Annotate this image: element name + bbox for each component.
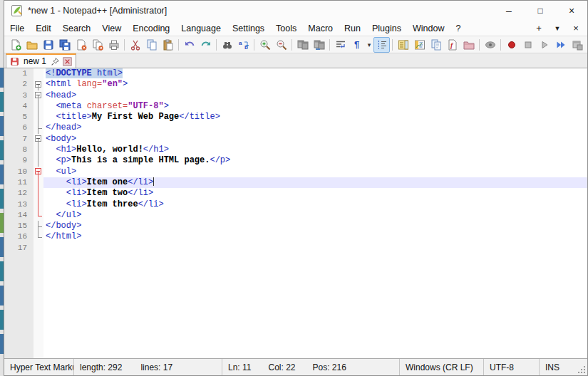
line-number[interactable]: 13: [4, 199, 33, 210]
menu-help[interactable]: ?: [450, 21, 466, 36]
line-number[interactable]: 8: [4, 145, 33, 155]
code-text[interactable]: <ul>: [43, 167, 587, 177]
menu-encoding[interactable]: Encoding: [127, 21, 175, 36]
print-icon[interactable]: [105, 37, 122, 53]
code-text[interactable]: <!DOCTYPE html>: [43, 68, 587, 79]
code-line[interactable]: 6</head>: [4, 122, 587, 133]
code-text[interactable]: </ul>: [43, 210, 587, 221]
fold-toggle[interactable]: [33, 79, 43, 90]
undo-icon[interactable]: [181, 37, 197, 53]
code-text[interactable]: <html lang="en">: [43, 79, 587, 90]
code-line[interactable]: 1<!DOCTYPE html>: [4, 68, 587, 79]
fold-toggle[interactable]: [33, 134, 43, 145]
pin-tab-icon[interactable]: [51, 57, 60, 66]
menu-plugins[interactable]: Plugins: [366, 21, 407, 36]
line-number[interactable]: 7: [4, 134, 33, 145]
menu-search[interactable]: Search: [57, 21, 97, 36]
sync-vertical-scroll-icon[interactable]: [294, 37, 311, 53]
code-line[interactable]: 10 <ul>: [4, 167, 587, 177]
tab-new-1[interactable]: new 1: [6, 53, 76, 68]
close-tab-icon[interactable]: [63, 57, 72, 66]
line-number[interactable]: 2: [4, 79, 33, 90]
code-text[interactable]: </body>: [43, 221, 587, 231]
code-text[interactable]: <title>My First Web Page</title>: [43, 112, 587, 122]
indent-guide-icon[interactable]: [373, 37, 390, 53]
fold-toggle[interactable]: [33, 167, 43, 177]
menu-window[interactable]: Window: [407, 21, 450, 36]
document-list-icon[interactable]: [411, 37, 428, 53]
macro-play-icon[interactable]: [536, 37, 552, 53]
new-file-icon[interactable]: [7, 37, 24, 53]
code-text[interactable]: </html>: [43, 231, 587, 242]
redo-icon[interactable]: [197, 37, 214, 53]
code-line[interactable]: 9 <p>This is a simple HTML page.</p>: [4, 155, 587, 166]
code-text[interactable]: <h1>Hello, world!</h1>: [43, 145, 587, 155]
line-number[interactable]: 10: [4, 167, 33, 177]
code-text[interactable]: <li>Item one</li>: [43, 177, 587, 188]
sync-horizontal-scroll-icon[interactable]: [311, 37, 327, 53]
line-number[interactable]: 17: [4, 243, 33, 254]
code-line[interactable]: 3<head>: [4, 90, 587, 101]
code-text[interactable]: [43, 243, 587, 254]
code-text[interactable]: </head>: [43, 122, 587, 133]
code-line[interactable]: 11 <li>Item one</li>: [4, 177, 587, 188]
line-number[interactable]: 14: [4, 210, 33, 221]
line-number[interactable]: 3: [4, 90, 33, 101]
copy-icon[interactable]: [143, 37, 160, 53]
document-map-icon[interactable]: [395, 37, 411, 53]
macro-save-icon[interactable]: [569, 37, 585, 53]
monitoring-icon[interactable]: [482, 37, 498, 53]
code-line[interactable]: 15</body>: [4, 221, 587, 231]
close-file-icon[interactable]: [73, 37, 89, 53]
code-line[interactable]: 8 <h1>Hello, world!</h1>: [4, 145, 587, 155]
menu-settings[interactable]: Settings: [227, 21, 270, 36]
menu-tools[interactable]: Tools: [270, 21, 302, 36]
code-line[interactable]: 17: [4, 243, 587, 254]
line-number[interactable]: 11: [4, 177, 33, 188]
code-text[interactable]: <li>Item three</li>: [43, 199, 587, 210]
code-text[interactable]: <p>This is a simple HTML page.</p>: [43, 155, 587, 166]
resize-grip[interactable]: [581, 359, 587, 375]
code-line[interactable]: 7<body>: [4, 134, 587, 145]
line-number[interactable]: 16: [4, 231, 33, 242]
menu-macro[interactable]: Macro: [302, 21, 339, 36]
code-line[interactable]: 4 <meta charset="UTF-8">: [4, 101, 587, 112]
code-line[interactable]: 2<html lang="en">: [4, 79, 587, 90]
title-bar[interactable]: *new 1 - Notepad++ [Administrator] – □ ×: [4, 1, 587, 21]
code-line[interactable]: 13 <li>Item three</li>: [4, 199, 587, 210]
line-number[interactable]: 15: [4, 221, 33, 231]
new-document-button[interactable]: +: [530, 23, 547, 33]
menu-view[interactable]: View: [96, 21, 127, 36]
code-text[interactable]: <body>: [43, 134, 587, 145]
code-line[interactable]: 14 </ul>: [4, 210, 587, 221]
editor-pane[interactable]: 1<!DOCTYPE html>2<html lang="en">3<head>…: [4, 68, 587, 358]
line-number[interactable]: 9: [4, 155, 33, 166]
fold-toggle[interactable]: [33, 90, 43, 101]
minimize-button[interactable]: –: [493, 1, 525, 21]
open-file-icon[interactable]: [24, 37, 40, 53]
close-button[interactable]: ×: [556, 1, 587, 21]
code-text[interactable]: <meta charset="UTF-8">: [43, 101, 587, 112]
document-list-arrow-button[interactable]: ▼: [549, 25, 566, 32]
cut-icon[interactable]: [127, 37, 143, 53]
line-number[interactable]: 1: [4, 68, 33, 79]
line-number[interactable]: 5: [4, 112, 33, 122]
code-line[interactable]: 12 <li>Item two</li>: [4, 188, 587, 199]
menu-edit[interactable]: Edit: [30, 21, 57, 36]
menu-run[interactable]: Run: [339, 21, 366, 36]
macro-record-icon[interactable]: [503, 37, 520, 53]
macro-run-multiple-icon[interactable]: [552, 37, 569, 53]
menu-file[interactable]: File: [4, 21, 30, 36]
word-wrap-icon[interactable]: [332, 37, 349, 53]
code-text[interactable]: <li>Item two</li>: [43, 188, 587, 199]
code-line[interactable]: 16</html>: [4, 231, 587, 242]
document-switcher-icon[interactable]: [428, 37, 444, 53]
close-all-icon[interactable]: [89, 37, 105, 53]
close-document-button[interactable]: ×: [567, 23, 584, 33]
show-all-characters-icon[interactable]: ¶: [349, 37, 365, 53]
line-number[interactable]: 6: [4, 122, 33, 133]
find-icon[interactable]: [219, 37, 235, 53]
replace-icon[interactable]: ab: [235, 37, 252, 53]
line-number[interactable]: 4: [4, 101, 33, 112]
code-text[interactable]: <head>: [43, 90, 587, 101]
